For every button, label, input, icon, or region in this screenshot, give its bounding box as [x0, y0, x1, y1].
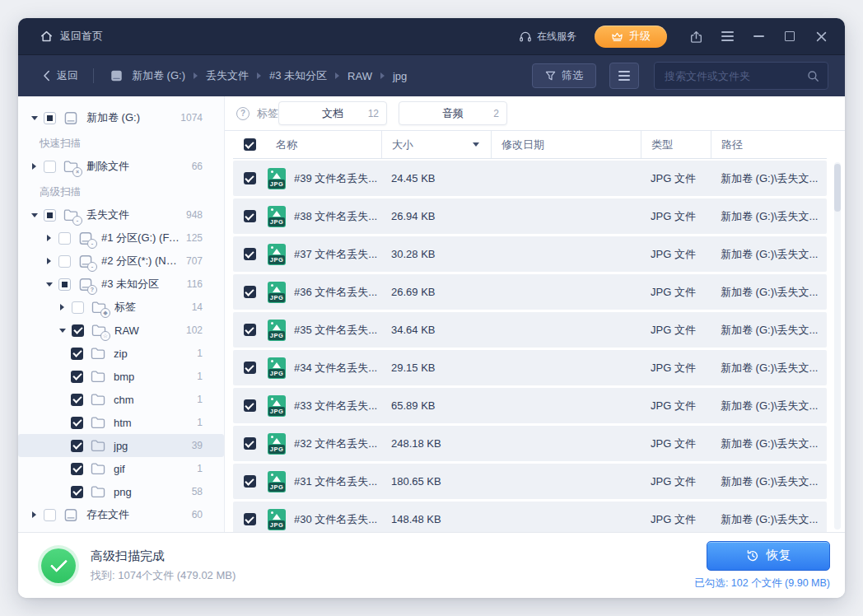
tree-item-partition-3-unknown[interactable]: ? #3 未知分区 116: [18, 273, 224, 296]
tree-item-chm[interactable]: chm 1: [18, 388, 224, 411]
menu-icon[interactable]: [720, 29, 735, 44]
tree-checkbox[interactable]: [58, 255, 71, 268]
breadcrumb-item[interactable]: 丢失文件: [206, 68, 249, 83]
view-list-button[interactable]: [609, 63, 639, 89]
expand-arrow-icon[interactable]: [28, 213, 40, 217]
row-checkbox[interactable]: [244, 437, 256, 450]
table-row[interactable]: JPG#33 文件名丢失... 65.89 KB JPG 文件 新加卷 (G:)…: [233, 388, 827, 423]
back-button[interactable]: 返回: [43, 68, 78, 83]
tree-item-bmp[interactable]: bmp 1: [18, 365, 224, 388]
column-header-name[interactable]: 名称: [266, 131, 381, 158]
row-checkbox[interactable]: [244, 475, 256, 488]
tree-item-htm[interactable]: htm 1: [18, 411, 224, 434]
chevron-left-icon: [43, 70, 50, 82]
tree-checkbox[interactable]: [71, 417, 83, 429]
tree-checkbox[interactable]: [44, 112, 56, 124]
home-button[interactable]: 返回首页: [40, 29, 103, 44]
tree-item-gif[interactable]: gif 1: [18, 457, 224, 480]
tree-item-partition-1[interactable]: - #1 分区(G:) (FAT) 125: [18, 226, 224, 250]
funnel-icon: [545, 71, 556, 82]
section-label-advanced-scan: 高级扫描: [40, 185, 224, 199]
search-input[interactable]: [663, 69, 807, 83]
tree-item-png[interactable]: png 58: [18, 480, 224, 503]
close-button[interactable]: [814, 29, 828, 44]
row-checkbox[interactable]: [244, 362, 256, 374]
row-checkbox[interactable]: [244, 324, 256, 336]
tree-checkbox[interactable]: [71, 394, 83, 406]
headset-icon: [519, 30, 532, 43]
filter-button[interactable]: 筛选: [532, 63, 596, 88]
breadcrumb-item[interactable]: 新加卷 (G:): [132, 68, 185, 83]
breadcrumb-item[interactable]: #3 未知分区: [269, 68, 327, 83]
select-all-checkbox[interactable]: [244, 138, 256, 151]
expand-arrow-icon[interactable]: [43, 282, 55, 287]
table-row[interactable]: JPG#39 文件名丢失... 24.45 KB JPG 文件 新加卷 (G:)…: [233, 161, 827, 196]
column-header-path[interactable]: 路径: [711, 131, 827, 158]
table-row[interactable]: JPG#31 文件名丢失... 180.65 KB JPG 文件 新加卷 (G:…: [233, 464, 827, 499]
scrollbar-thumb[interactable]: [834, 164, 841, 212]
recover-button[interactable]: 恢复: [707, 541, 830, 571]
tree-item-raw[interactable]: ☆ RAW 102: [18, 319, 224, 342]
expand-arrow-icon[interactable]: [56, 304, 68, 310]
tree-checkbox[interactable]: [58, 278, 71, 291]
expand-arrow-icon[interactable]: [43, 258, 55, 264]
table-row[interactable]: JPG#34 文件名丢失... 29.15 KB JPG 文件 新加卷 (G:)…: [233, 350, 827, 385]
column-header-size[interactable]: 大小: [381, 131, 491, 158]
tree-item-lost-files[interactable]: - 丢失文件 948: [18, 203, 224, 226]
expand-arrow-icon[interactable]: [56, 329, 68, 333]
row-checkbox[interactable]: [244, 248, 256, 260]
share-upload-icon[interactable]: [688, 29, 703, 44]
table-row[interactable]: JPG#32 文件名丢失... 248.18 KB JPG 文件 新加卷 (G:…: [233, 426, 827, 461]
table-row[interactable]: JPG#38 文件名丢失... 26.94 KB JPG 文件 新加卷 (G:)…: [233, 198, 827, 234]
online-service-button[interactable]: 在线服务: [519, 30, 576, 44]
tree-checkbox[interactable]: [71, 348, 83, 360]
tree-checkbox[interactable]: [72, 324, 84, 337]
tree-item-tags[interactable]: ◆ 标签 14: [18, 296, 224, 319]
breadcrumb-item-current[interactable]: jpg: [393, 70, 407, 82]
maximize-button[interactable]: [782, 29, 797, 44]
found-info-text: 找到: 1074个文件 (479.02 MB): [91, 568, 236, 583]
tree-item-volume-g[interactable]: 新加卷 (G:) 1074: [18, 106, 224, 129]
search-icon[interactable]: [807, 70, 819, 82]
tree-item-partition-2[interactable]: - #2 分区(*:) (NTF... 707: [18, 250, 224, 273]
table-row[interactable]: JPG#30 文件名丢失... 148.48 KB JPG 文件 新加卷 (G:…: [233, 502, 827, 532]
table-row[interactable]: JPG#36 文件名丢失... 26.69 KB JPG 文件 新加卷 (G:)…: [233, 274, 827, 310]
online-service-label: 在线服务: [537, 30, 576, 44]
table-row[interactable]: JPG#37 文件名丢失... 30.28 KB JPG 文件 新加卷 (G:)…: [233, 236, 827, 272]
row-checkbox[interactable]: [244, 399, 256, 412]
tree-checkbox[interactable]: [44, 161, 56, 173]
tree-checkbox[interactable]: [58, 232, 71, 245]
tag-chip-audio[interactable]: 音频 2: [399, 101, 507, 125]
expand-arrow-icon[interactable]: [28, 116, 40, 120]
expand-arrow-icon[interactable]: [43, 235, 55, 241]
minimize-button[interactable]: [751, 29, 766, 44]
row-checkbox[interactable]: [244, 513, 256, 525]
tree-checkbox[interactable]: [71, 486, 83, 498]
upgrade-label: 升级: [629, 29, 651, 44]
tree-checkbox[interactable]: [71, 371, 83, 383]
expand-arrow-icon[interactable]: [28, 163, 40, 170]
jpg-file-icon: JPG: [268, 168, 286, 189]
tree-item-deleted-files[interactable]: × 删除文件 66: [18, 155, 224, 178]
table-row[interactable]: JPG#35 文件名丢失... 34.64 KB JPG 文件 新加卷 (G:)…: [233, 312, 827, 348]
tree-item-existing-files[interactable]: 存在文件 60: [18, 503, 224, 526]
column-header-type[interactable]: 类型: [641, 131, 711, 158]
help-icon[interactable]: [236, 107, 250, 120]
tree-item-jpg[interactable]: jpg 39: [18, 434, 224, 457]
row-checkbox[interactable]: [244, 172, 256, 184]
row-checkbox[interactable]: [244, 286, 256, 298]
row-checkbox[interactable]: [244, 210, 256, 222]
expand-arrow-icon[interactable]: [28, 511, 40, 518]
tree-checkbox[interactable]: [72, 301, 84, 314]
tree-item-zip[interactable]: zip 1: [18, 342, 224, 365]
column-header-modified[interactable]: 修改日期: [491, 131, 641, 158]
tree-checkbox[interactable]: [71, 463, 83, 475]
tag-chip-docs[interactable]: 文档 12: [278, 101, 387, 125]
tree-checkbox[interactable]: [44, 509, 56, 521]
tree-checkbox[interactable]: [71, 440, 83, 452]
filter-label: 筛选: [562, 68, 583, 83]
tree-checkbox[interactable]: [44, 209, 56, 222]
upgrade-button[interactable]: 升级: [595, 26, 667, 48]
scrollbar-track[interactable]: [834, 162, 841, 530]
breadcrumb-item[interactable]: RAW: [348, 70, 372, 82]
